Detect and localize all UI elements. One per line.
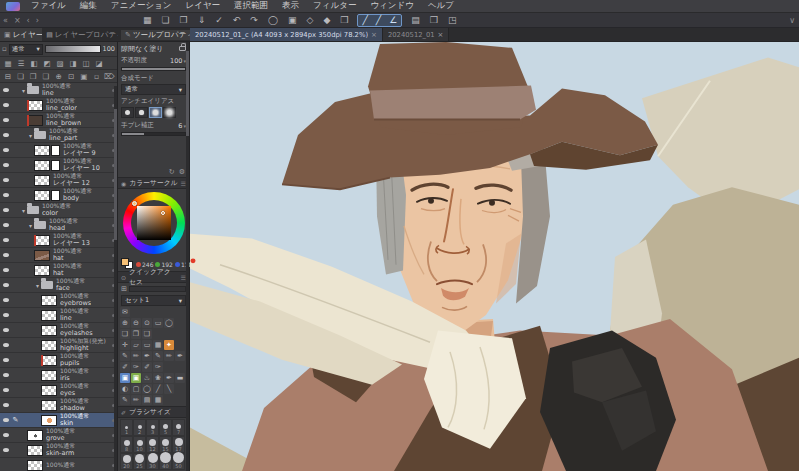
undo-icon[interactable]: ↶ [228, 15, 246, 25]
window-control-1[interactable]: × [11, 16, 24, 25]
layer-list-scrollbar[interactable] [114, 86, 117, 471]
layer-row-body[interactable]: 100%通常body [0, 188, 117, 203]
layer-folder-row-face[interactable]: ▾100%通常face [0, 278, 117, 293]
transform-tool-icon[interactable]: ▱ [131, 340, 141, 350]
layer-row-shadow[interactable]: 100%通常shadow [0, 398, 117, 413]
layer-thumbnail[interactable] [41, 310, 57, 321]
layer-thumbnail[interactable] [41, 370, 57, 381]
visibility-toggle[interactable] [1, 358, 11, 362]
visibility-toggle[interactable] [1, 88, 11, 92]
antialias-strong-button[interactable] [163, 107, 176, 118]
layer-row-hat[interactable]: 100%通常hat [0, 248, 117, 263]
folder-caret-icon[interactable]: ▾ [20, 87, 27, 94]
ink2-tool-icon[interactable]: ✒ [175, 351, 185, 361]
brush-size-17[interactable]: 17 [172, 436, 185, 453]
layer-thumbnail[interactable] [27, 115, 43, 126]
open-document-icon[interactable]: ❐ [175, 15, 193, 25]
material-icon[interactable]: ❒ [335, 15, 353, 25]
menu-item-1[interactable]: 編集 [73, 0, 104, 10]
brush-size-25[interactable]: 25 [133, 453, 146, 470]
transfer-down-icon[interactable]: ⊕ [53, 72, 65, 81]
decoration-tool-icon[interactable]: ❀ [153, 373, 163, 383]
tools-panel-scrollbar[interactable] [186, 42, 189, 471]
visibility-toggle[interactable] [1, 193, 11, 197]
menu-item-2[interactable]: アニメーション [104, 0, 179, 10]
delete-layer-icon[interactable]: ⌦ [103, 72, 115, 81]
snap-ruler-icon[interactable]: ╱ [358, 13, 371, 27]
zoom-out-tool-icon[interactable]: ⊖ [131, 318, 141, 328]
visibility-toggle[interactable] [1, 268, 11, 272]
pen3-tool-icon[interactable]: ✎ [120, 395, 130, 405]
brush2-tool-icon[interactable]: ✑ [131, 362, 141, 372]
layer-opacity-value[interactable]: 100 [103, 45, 115, 53]
reselect-icon[interactable]: ▣ [283, 15, 302, 25]
layer-thumbnail[interactable] [41, 325, 57, 336]
eyedropper-tool-icon[interactable]: ✎ [120, 351, 130, 361]
layer-row-line_color[interactable]: 100%通常line_color [0, 98, 117, 113]
layer-thumbnail[interactable] [41, 340, 57, 351]
layer-folder-row-color[interactable]: ▾100%通常color [0, 203, 117, 218]
lock-icon[interactable] [179, 46, 186, 51]
visibility-toggle[interactable] [1, 283, 11, 287]
layer-thumbnail[interactable] [34, 235, 50, 246]
brush-size-30[interactable]: 30 [146, 453, 159, 470]
document-tab-1[interactable]: 20240512_01× [383, 28, 450, 41]
workspace-icon[interactable]: ▦ [138, 15, 157, 25]
brush-size-20[interactable]: 20 [120, 453, 133, 470]
menu-item-8[interactable]: ヘルプ [421, 0, 461, 10]
brush3-tool-icon[interactable]: ✐ [142, 362, 152, 372]
fill-icon[interactable]: ◆ [318, 15, 335, 25]
layer-thumbnail[interactable] [27, 460, 43, 471]
ellipse-tool-icon[interactable]: ◯ [142, 384, 152, 394]
layer-opacity-slider[interactable] [45, 45, 101, 53]
visibility-toggle[interactable] [1, 343, 11, 347]
layer-row-line[interactable]: 100%通常line [0, 308, 117, 323]
image-tool-icon[interactable]: ▤ [142, 395, 152, 405]
window-control-3[interactable]: › [33, 16, 42, 25]
window-control-0[interactable]: « [0, 16, 11, 25]
tab-layer-property[interactable]: ▤ レイヤープロパティ [42, 28, 118, 41]
snap-special-ruler-icon[interactable]: ╱ [372, 13, 385, 27]
document-tab-0[interactable]: 20240512_01_c (A4 4093 x 2894px 350dpi 7… [190, 28, 383, 41]
deselect-icon[interactable]: ◯ [263, 15, 283, 25]
layer-thumbnail[interactable] [34, 190, 60, 201]
layer-row-skin[interactable]: ✎100%通常skin [0, 413, 117, 428]
sv-marker[interactable] [161, 211, 165, 215]
layer-thumbnail[interactable] [41, 400, 57, 411]
visibility-toggle[interactable] [1, 328, 11, 332]
layer-row-レイヤー 9[interactable]: 100%通常レイヤー 9 [0, 143, 117, 158]
new-vector-layer-icon[interactable]: ❐ [27, 72, 39, 81]
clip-at-layer-icon[interactable]: ◧ [28, 59, 40, 68]
visibility-toggle[interactable] [1, 238, 11, 242]
color-history-icon[interactable]: ↻ [169, 168, 175, 176]
hue-marker[interactable] [132, 201, 137, 206]
visibility-toggle[interactable] [1, 253, 11, 257]
quick-access-set-select[interactable]: セット1▾ [121, 295, 186, 306]
pen2-tool-icon[interactable]: ✎ [153, 351, 163, 361]
balloon-tool-icon[interactable]: ✉ [120, 307, 130, 317]
material-tile-icon[interactable]: ✦ [164, 340, 174, 350]
layer-thumbnail[interactable] [41, 385, 57, 396]
layer-property-icon[interactable]: ▤ [406, 15, 425, 25]
folder-caret-icon[interactable]: ▾ [27, 222, 34, 229]
lasso-tool-icon[interactable]: ◯ [164, 318, 174, 328]
layer-row-eyelashes[interactable]: 100%通常eyelashes [0, 323, 117, 338]
brush-size-3[interactable]: 3 [146, 419, 159, 436]
visibility-toggle[interactable] [1, 448, 11, 452]
saturation-value-square[interactable] [137, 206, 171, 240]
new-document-icon[interactable]: ❏ [157, 15, 175, 25]
layer-row-eyes[interactable]: 100%通常eyes [0, 383, 117, 398]
screen-mode-icon[interactable]: ◳ [443, 15, 462, 25]
draft-layer-icon[interactable]: ◨ [67, 59, 79, 68]
color-wheel-header[interactable]: ◉ カラーサークル ☰ [118, 177, 189, 189]
stabilization-slider[interactable] [121, 132, 186, 136]
layer-thumbnail[interactable] [27, 445, 43, 456]
layer-folder-row-line_part[interactable]: ▾100%通常line_part [0, 128, 117, 143]
blend-mode-select[interactable]: 通常▾ [121, 84, 186, 95]
menu-item-0[interactable]: ファイル [24, 0, 73, 10]
layer-row-25[interactable]: 100%通常 [0, 458, 117, 471]
line-tool-icon[interactable]: ╱ [153, 384, 163, 394]
palette-pin-icon[interactable]: ▦ [2, 59, 14, 68]
clear-icon[interactable]: ◇ [301, 15, 318, 25]
layer-blend-select[interactable]: 通常▾ [9, 44, 43, 55]
